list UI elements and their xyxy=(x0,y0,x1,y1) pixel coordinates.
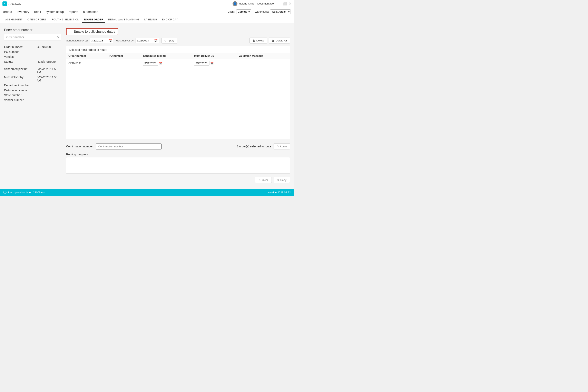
topnav-right: Client: Cerritus Warehouse: West Jordan xyxy=(228,10,291,14)
client-select[interactable]: Cerritus xyxy=(236,10,251,14)
clear-icon: ✕ xyxy=(258,178,261,182)
bulk-change-wrap[interactable]: Enable to bulk change dates xyxy=(66,28,118,35)
table-body: CER45098 📅 📅 xyxy=(66,59,290,68)
must-deliver-field-label: Must deliver by: xyxy=(116,39,134,42)
minimize-button[interactable]: — xyxy=(278,2,282,5)
row-must-deliver-cal-icon[interactable]: 📅 xyxy=(210,62,214,65)
spinner-icon xyxy=(3,191,6,194)
titlebar: A Arca LOC 👤 Malorie Child Documentation… xyxy=(0,0,294,7)
user-name: Malorie Child xyxy=(239,2,254,5)
nav-orders[interactable]: orders xyxy=(3,9,12,14)
nav-reports[interactable]: reports xyxy=(68,9,78,14)
clear-copy-row: ✕ Clear ⧉ Copy xyxy=(66,176,290,184)
copy-icon: ⧉ xyxy=(164,39,166,42)
subnav-route-order[interactable]: ROUTE ORDER xyxy=(82,17,105,23)
orders-count: 1 order(s) selected to route xyxy=(237,145,271,148)
maximize-button[interactable]: ⬜ xyxy=(284,2,287,5)
must-deliver-field-group: Must deliver by: 📅 xyxy=(116,38,159,43)
cell-scheduled-pickup-wrap: 📅 xyxy=(143,61,190,66)
app-title: Arca LOC xyxy=(8,2,21,5)
vendor-label: Vendor: xyxy=(4,55,37,58)
route-button[interactable]: ⧉ Route xyxy=(274,143,290,150)
nav-system-setup[interactable]: system setup xyxy=(46,9,64,14)
subnav-assignment[interactable]: ASSIGNMENT xyxy=(3,17,24,22)
row-must-deliver-input[interactable] xyxy=(194,61,210,66)
close-button[interactable]: ✕ xyxy=(288,2,292,5)
must-deliver-date-input[interactable] xyxy=(137,39,153,42)
scheduled-pickup-field-group: Scheduled pick up: 📅 xyxy=(66,38,113,43)
subnav-open-orders[interactable]: OPEN ORDERS xyxy=(25,17,48,22)
subnav-end-of-day[interactable]: END OF DAY xyxy=(160,17,180,22)
routing-progress-label: Routing progress: xyxy=(66,153,290,156)
avatar: 👤 xyxy=(232,1,238,6)
window-controls: — ⬜ ✕ xyxy=(278,2,292,5)
copy-button[interactable]: ⧉ Copy xyxy=(274,177,290,183)
nav-inventory[interactable]: inventory xyxy=(17,9,30,14)
scheduled-pickup-input-wrap: 📅 xyxy=(90,38,113,43)
status-label: Status: xyxy=(4,60,37,63)
must-deliver-value: 3/22/2023 11:55 AM xyxy=(37,76,61,82)
delete-all-label: Delete All xyxy=(276,39,287,42)
clear-label: Clear xyxy=(262,178,268,182)
col-validation: Validation Message xyxy=(237,53,290,59)
route-icon: ⧉ xyxy=(277,145,278,148)
confirmation-input[interactable] xyxy=(96,144,162,150)
scheduled-pickup-value: 3/22/2023 11:55 AM xyxy=(37,68,61,74)
subnav: ASSIGNMENT OPEN ORDERS ROUTING SELECTION… xyxy=(0,16,294,23)
statusbar: Last operation time: 28009 ms version 20… xyxy=(0,189,294,196)
operation-label: Last operation time: xyxy=(8,191,32,194)
subnav-labeling[interactable]: LABELING xyxy=(142,17,159,22)
order-number-row: Order number: CER45098 xyxy=(4,45,61,48)
subnav-retail-wave-planning[interactable]: RETAIL WAVE PLANNING xyxy=(106,17,142,22)
delete-label: Delete xyxy=(256,39,264,42)
copy-label: Copy xyxy=(280,178,286,182)
po-number-row: PO number: xyxy=(4,50,61,54)
order-number-label: Order number: xyxy=(4,45,37,48)
row-scheduled-cal-icon[interactable]: 📅 xyxy=(159,62,162,65)
delete-all-button[interactable]: 🗑 Delete All xyxy=(269,38,290,44)
warehouse-group: Warehouse: West Jordan xyxy=(254,10,291,14)
delete-button[interactable]: 🗑 Delete xyxy=(250,38,267,44)
dept-number-row: Department number: xyxy=(4,84,61,87)
version-label: version 2023.02.22 xyxy=(268,191,291,194)
cell-scheduled-pickup: 📅 xyxy=(141,59,192,68)
clear-button[interactable]: ✕ Clear xyxy=(255,177,272,183)
orders-table: Order number PO number Scheduled pick up… xyxy=(66,53,290,68)
nav-retail[interactable]: retail xyxy=(34,9,41,14)
col-order-number: Order number xyxy=(66,53,107,59)
must-deliver-label: Must deliver by: xyxy=(4,76,37,79)
documentation-link[interactable]: Documentation xyxy=(258,2,275,5)
table-row: CER45098 📅 📅 xyxy=(66,59,290,68)
apply-button[interactable]: ⧉ Apply xyxy=(162,38,178,44)
date-action-row: Scheduled pick up: 📅 Must deliver by: 📅 … xyxy=(66,38,290,44)
statusbar-left: Last operation time: 28009 ms xyxy=(3,191,45,194)
clear-input-icon[interactable]: ✕ xyxy=(57,35,60,39)
status-row: Status: ReadyToRoute xyxy=(4,60,61,63)
left-panel: Enter order number: ✕ Order number: CER4… xyxy=(4,28,61,184)
app-logo: A xyxy=(2,2,7,6)
store-number-label: Store number: xyxy=(4,94,37,97)
store-number-row: Store number: xyxy=(4,94,61,97)
order-number-value: CER45098 xyxy=(37,45,51,48)
must-deliver-input-wrap: 📅 xyxy=(136,38,159,43)
order-number-input[interactable] xyxy=(4,34,61,40)
routing-progress-box xyxy=(66,157,290,174)
scheduled-pickup-row: Scheduled pick up: 3/22/2023 11:55 AM xyxy=(4,68,61,74)
nav-automation[interactable]: automation xyxy=(83,9,98,14)
cell-must-deliver: 📅 xyxy=(192,59,237,68)
user-info: 👤 Malorie Child xyxy=(232,1,254,6)
delete-icon: 🗑 xyxy=(252,39,255,42)
subnav-routing-selection[interactable]: ROUTING SELECTION xyxy=(50,17,81,22)
must-deliver-calendar-icon[interactable]: 📅 xyxy=(154,39,158,42)
warehouse-label: Warehouse: xyxy=(254,10,269,13)
row-scheduled-pickup-input[interactable] xyxy=(143,61,158,66)
bulk-change-label: Enable to bulk change dates xyxy=(74,30,115,34)
main-content: Enter order number: ✕ Order number: CER4… xyxy=(0,23,294,189)
scheduled-pickup-calendar-icon[interactable]: 📅 xyxy=(108,39,112,42)
cell-must-deliver-wrap: 📅 xyxy=(194,61,234,66)
scheduled-pickup-label: Scheduled pick up: xyxy=(4,68,37,71)
copy-icon-btn: ⧉ xyxy=(277,178,279,182)
bulk-change-checkbox[interactable] xyxy=(69,30,72,33)
scheduled-pickup-date-input[interactable] xyxy=(91,39,108,42)
warehouse-select[interactable]: West Jordan xyxy=(270,10,291,14)
